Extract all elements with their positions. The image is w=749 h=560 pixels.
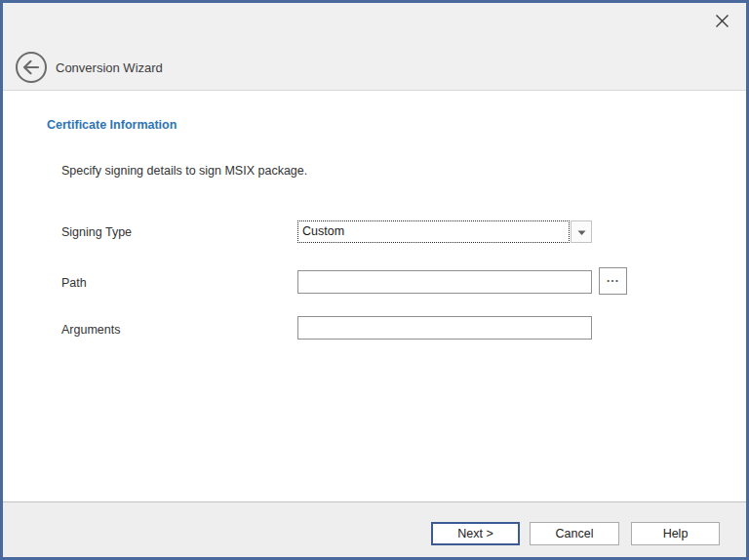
wizard-title: Conversion Wizard xyxy=(56,60,163,75)
path-input[interactable] xyxy=(297,270,592,294)
signing-type-label: Signing Type xyxy=(61,225,132,239)
path-label: Path xyxy=(61,276,87,290)
combobox-dropdown-button[interactable] xyxy=(571,220,592,243)
help-button[interactable]: Help xyxy=(631,522,720,545)
page-heading: Certificate Information xyxy=(47,118,177,132)
wizard-header: Conversion Wizard xyxy=(3,3,746,91)
back-button[interactable] xyxy=(15,51,48,84)
conversion-wizard-dialog: Conversion Wizard Certificate Informatio… xyxy=(0,0,749,560)
browse-button[interactable]: ... xyxy=(599,267,627,295)
signing-type-value[interactable]: Custom xyxy=(297,220,570,243)
close-button[interactable] xyxy=(709,10,734,35)
next-button[interactable]: Next > xyxy=(431,522,520,545)
close-icon xyxy=(715,14,729,31)
arguments-input[interactable] xyxy=(297,316,592,340)
back-arrow-icon xyxy=(15,72,48,87)
chevron-down-icon xyxy=(577,224,586,239)
page-description: Specify signing details to sign MSIX pac… xyxy=(61,164,307,178)
signing-type-combobox[interactable]: Custom xyxy=(297,220,592,243)
arguments-label: Arguments xyxy=(61,323,120,337)
cancel-button[interactable]: Cancel xyxy=(530,522,619,545)
